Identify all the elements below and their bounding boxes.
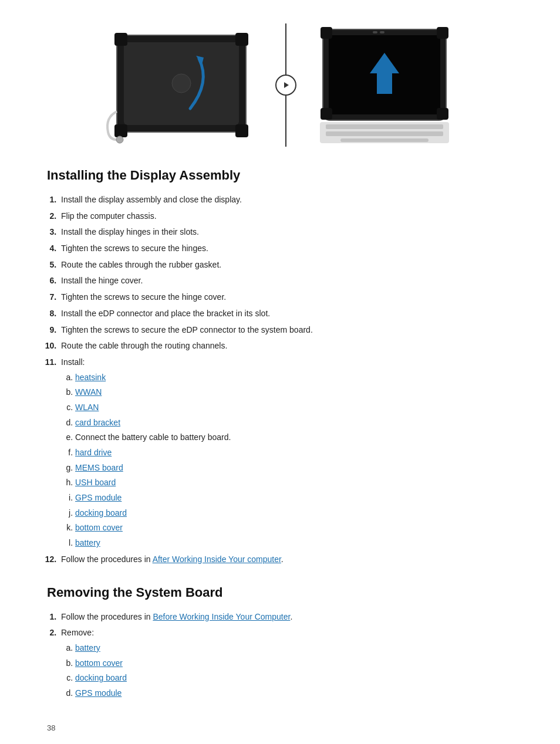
section2-step-2: Remove: battery bottom cover docking boa… [59,627,513,699]
step-9: Tighten the screws to secure the eDP con… [59,324,513,337]
section1-title: Installing the Display Assembly [47,168,513,183]
section2-title: Removing the System Board [47,585,513,600]
step-11: Install: heatsink WWAN WLAN card bracket… [59,356,513,550]
section2-sub-step-c: docking board [75,672,513,685]
link-docking-board[interactable]: docking board [75,508,127,518]
sub-step-l: battery [75,537,513,550]
svg-rect-3 [114,33,127,46]
link-before-working[interactable]: Before Working Inside Your Computer [153,612,290,621]
link-docking-board-2[interactable]: docking board [75,673,127,682]
page-number: 38 [47,723,513,732]
device-image-right [308,23,461,147]
sub-step-b: WWAN [75,386,513,399]
link-battery[interactable]: battery [75,538,100,547]
svg-rect-20 [326,124,443,129]
step-3: Install the display hinges in their slot… [59,226,513,239]
svg-rect-21 [326,131,443,136]
svg-rect-14 [321,108,332,120]
link-gps-module[interactable]: GPS module [75,493,122,502]
svg-rect-22 [340,138,429,142]
step-2: Flip the computer chassis. [59,210,513,223]
link-bottom-cover[interactable]: bottom cover [75,523,123,532]
link-ush-board[interactable]: USH board [75,478,116,487]
link-bottom-cover-2[interactable]: bottom cover [75,658,123,668]
sub-step-j: docking board [75,507,513,520]
step-12: Follow the procedures in After Working I… [59,553,513,566]
svg-marker-9 [284,82,289,88]
sub-step-f: hard drive [75,447,513,459]
svg-rect-4 [235,33,248,46]
link-heatsink[interactable]: heatsink [75,373,106,382]
svg-rect-13 [437,27,448,39]
section2-sub-steps: battery bottom cover docking board GPS m… [75,642,513,700]
link-wlan[interactable]: WLAN [75,403,99,412]
link-after-working[interactable]: After Working Inside Your computer [153,554,281,564]
images-section [47,23,513,147]
svg-rect-5 [114,124,127,137]
arrow-divider [275,23,296,147]
link-wwan[interactable]: WWAN [75,387,102,397]
svg-rect-17 [380,31,384,33]
step-7: Tighten the screws to secure the hinge c… [59,291,513,304]
step-5: Route the cables through the rubber gask… [59,259,513,272]
link-hard-drive[interactable]: hard drive [75,448,112,457]
sub-step-d: card bracket [75,417,513,430]
link-card-bracket[interactable]: card bracket [75,418,120,427]
svg-rect-16 [373,31,377,33]
link-mems-board[interactable]: MEMS board [75,463,123,472]
sub-step-e: Connect the battery cable to battery boa… [75,431,513,444]
step-1: Install the display assembly and close t… [59,194,513,207]
sub-step-i: GPS module [75,492,513,505]
sub-step-g: MEMS board [75,462,513,475]
sub-step-h: USH board [75,476,513,489]
section2-step-1: Follow the procedures in Before Working … [59,611,513,624]
device-image-left [99,23,264,147]
step-6: Install the hinge cover. [59,275,513,288]
svg-point-2 [172,74,191,93]
sub-step-k: bottom cover [75,522,513,535]
section2-sub-step-b: bottom cover [75,657,513,670]
step-8: Install the eDP connector and place the … [59,307,513,320]
section2-container: Removing the System Board Follow the pro… [47,585,513,700]
svg-rect-12 [321,27,332,39]
section1-sub-steps: heatsink WWAN WLAN card bracket Connect … [75,371,513,550]
step-10: Route the cable through the routing chan… [59,340,513,353]
section2-sub-step-d: GPS module [75,687,513,700]
svg-point-8 [116,136,123,143]
link-gps-module-2[interactable]: GPS module [75,688,122,698]
section1-steps: Install the display assembly and close t… [59,194,513,566]
svg-rect-15 [437,108,448,120]
link-battery-2[interactable]: battery [75,643,100,652]
section2-sub-step-a: battery [75,642,513,655]
sub-step-c: WLAN [75,401,513,414]
section2-steps: Follow the procedures in Before Working … [59,611,513,700]
step-4: Tighten the screws to secure the hinges. [59,242,513,255]
svg-rect-6 [235,124,248,137]
sub-step-a: heatsink [75,371,513,384]
